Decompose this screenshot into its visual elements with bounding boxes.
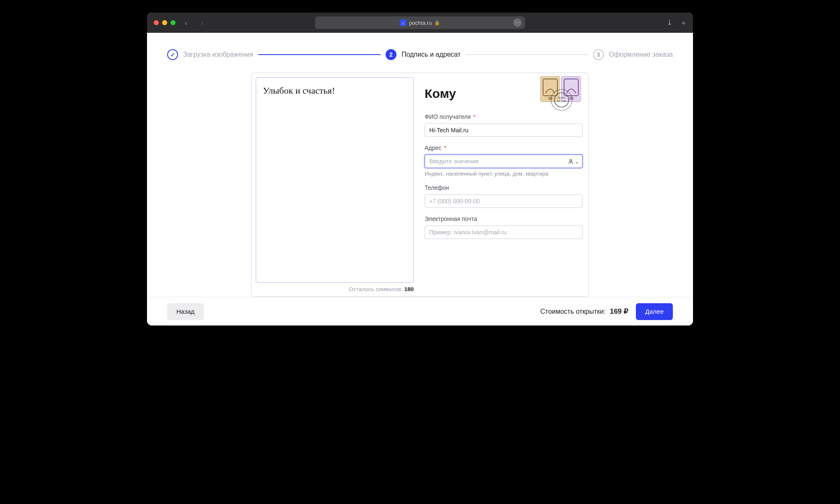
address-hint: Индекс, населенный пункт, улица, дом, кв… bbox=[425, 171, 583, 177]
step-address-label: Подпись и адресат bbox=[402, 51, 461, 58]
svg-rect-2 bbox=[541, 76, 560, 77]
phone-input[interactable] bbox=[425, 194, 583, 208]
char-counter: Осталось символов: 180 bbox=[256, 283, 414, 292]
window-minimize-button[interactable] bbox=[162, 20, 167, 25]
email-label: Электронная почта bbox=[425, 215, 583, 222]
next-button[interactable]: Далее bbox=[636, 303, 673, 320]
char-counter-label: Осталось символов: bbox=[349, 286, 404, 292]
chevron-down-icon: ⌄ bbox=[575, 158, 579, 165]
svg-rect-12 bbox=[580, 76, 581, 102]
step-upload[interactable]: ✓ Загрузка изображения bbox=[167, 49, 253, 60]
email-input[interactable] bbox=[425, 226, 583, 239]
svg-rect-4 bbox=[540, 76, 541, 102]
address-label: Адрес * bbox=[425, 144, 583, 151]
svg-text:25: 25 bbox=[569, 96, 573, 100]
check-icon: ✓ bbox=[171, 52, 175, 58]
message-column: Улыбок и счастья! Осталось символов: 180 bbox=[256, 77, 414, 292]
field-address: Адрес * ⌄ Индекс, населенный пункт, улиц… bbox=[425, 144, 583, 177]
progress-stepper: ✓ Загрузка изображения 2 Подпись и адрес… bbox=[147, 33, 693, 73]
field-phone: Телефон bbox=[425, 184, 583, 208]
back-button[interactable]: Назад bbox=[167, 303, 204, 320]
step-line bbox=[258, 54, 381, 55]
address-input[interactable] bbox=[425, 155, 583, 168]
page: ✓ Загрузка изображения 2 Подпись и адрес… bbox=[147, 33, 693, 326]
postcard-editor: Улыбок и счастья! Осталось символов: 180 bbox=[251, 73, 589, 297]
postage-stamps-icon: 10 25 bbox=[539, 75, 585, 113]
footer-bar: Назад Стоимость открытки: 169 ₽ Далее bbox=[147, 297, 693, 326]
browser-forward-button[interactable]: › bbox=[197, 18, 207, 27]
step-checkout-label: Оформление заказа bbox=[609, 51, 673, 58]
url-bar[interactable]: ⌂ pochta.ru 🔒 ⋯ bbox=[315, 16, 525, 29]
svg-text:РОССИИ: РОССИИ bbox=[557, 100, 566, 102]
window-close-button[interactable] bbox=[154, 20, 159, 25]
field-email: Электронная почта bbox=[425, 215, 583, 239]
lock-icon: 🔒 bbox=[434, 20, 440, 26]
step-number: 2 bbox=[386, 49, 396, 60]
message-textarea[interactable]: Улыбок и счастья! bbox=[256, 77, 414, 283]
titlebar: ‹ › ⌂ pochta.ru 🔒 ⋯ ⤓ ＋ bbox=[147, 13, 693, 33]
step-checkout[interactable]: 3 Оформление заказа bbox=[593, 49, 673, 60]
window-maximize-button[interactable] bbox=[171, 20, 176, 25]
phone-label: Телефон bbox=[425, 184, 583, 191]
downloads-icon[interactable]: ⤓ bbox=[667, 18, 672, 28]
step-number: 3 bbox=[593, 49, 604, 60]
price-value: 169 ₽ bbox=[610, 307, 628, 316]
price-label: Стоимость открытки: bbox=[540, 308, 606, 315]
field-recipient-name: ФИО получателя * bbox=[425, 113, 583, 137]
address-suggest-icon[interactable]: ⌄ bbox=[568, 158, 579, 165]
step-line bbox=[466, 54, 588, 55]
recipient-form: 10 25 bbox=[425, 77, 584, 292]
browser-window: ‹ › ⌂ pochta.ru 🔒 ⋯ ⤓ ＋ ✓ Загрузка изобр… bbox=[147, 13, 693, 326]
char-counter-value: 180 bbox=[404, 286, 414, 292]
site-menu-button[interactable]: ⋯ bbox=[513, 18, 522, 27]
new-tab-button[interactable]: ＋ bbox=[680, 18, 687, 28]
step-address[interactable]: 2 Подпись и адресат bbox=[386, 49, 461, 60]
recipient-name-label: ФИО получателя * bbox=[425, 113, 583, 120]
browser-back-button[interactable]: ‹ bbox=[181, 18, 192, 27]
url-host: pochta.ru bbox=[409, 20, 432, 26]
recipient-name-input[interactable] bbox=[425, 123, 583, 137]
site-favicon-icon: ⌂ bbox=[400, 19, 407, 26]
window-controls bbox=[154, 20, 176, 25]
svg-text:ПОЧТА: ПОЧТА bbox=[558, 97, 566, 99]
required-mark: * bbox=[472, 113, 475, 120]
svg-rect-9 bbox=[562, 76, 581, 77]
svg-point-19 bbox=[570, 159, 572, 161]
step-upload-label: Загрузка изображения bbox=[183, 51, 253, 58]
required-mark: * bbox=[442, 144, 446, 151]
